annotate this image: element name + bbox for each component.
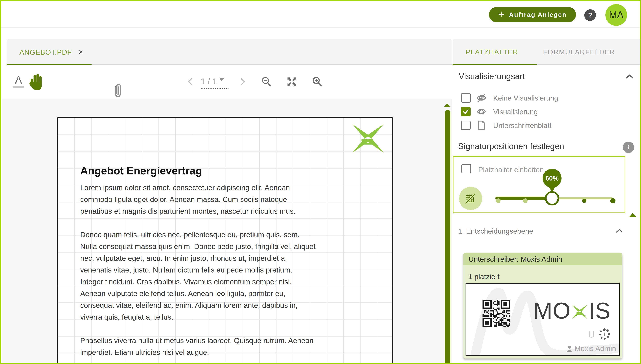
tab-label: ANGEBOT.PDF — [20, 48, 72, 56]
letter-a-icon: A — [13, 75, 25, 85]
pdf-line: venenatis vitae, justo. Nullam dictum fe… — [80, 264, 384, 276]
plus-icon: + — [498, 8, 505, 20]
user-letter: U — [588, 329, 595, 340]
grid-off-icon — [465, 192, 476, 204]
pdf-line: Lorem ipsum dolor sit amet, consectetuer… — [80, 182, 384, 194]
create-order-button[interactable]: + Auftrag Anlegen — [489, 7, 576, 22]
pdf-line: Aenean vulputate eleifend tellus. Aenean… — [80, 288, 384, 300]
option-label: Visualisierung — [493, 108, 538, 116]
pdf-paragraph: Phasellus viverra nulla ut metus varius … — [80, 335, 384, 358]
person-icon — [566, 345, 573, 352]
xitrust-x-logo — [349, 124, 387, 153]
option-visualisierung[interactable]: Visualisierung — [461, 105, 629, 118]
fullscreen-icon[interactable] — [286, 76, 297, 87]
embed-checkbox[interactable] — [461, 164, 471, 173]
stamp-signer: Moxis Admin — [566, 344, 616, 353]
pdf-page[interactable]: Angebot Energievertrag Lorem ipsum dolor… — [57, 117, 393, 364]
zoom-in-icon[interactable] — [312, 76, 323, 88]
pdf-line: Integer tincidunt. Cras dapibus. Vivamus… — [80, 276, 384, 288]
zoom-out-icon[interactable] — [261, 76, 272, 88]
page-indicator-dropdown[interactable]: 1 / 1 — [201, 76, 230, 89]
signer-card-title: Unterschreiber: Moxis Admin — [468, 255, 562, 263]
slider-thumb[interactable] — [545, 191, 559, 206]
decision-level-heading: 1. Entscheidungsebene — [458, 227, 533, 235]
pdf-body: Lorem ipsum dolor sit amet, consectetuer… — [80, 182, 384, 364]
document-icon — [476, 120, 487, 131]
signature-stamp-preview[interactable]: MO IS U — [465, 283, 619, 356]
pdf-title: Angebot Energievertrag — [80, 165, 202, 177]
moxis-wordmark: MO IS — [533, 297, 611, 324]
option-keine-visualisierung[interactable]: Keine Visualisierung — [461, 92, 629, 104]
scroll-up-arrow[interactable] — [444, 104, 450, 107]
sidebar-scroll-up-arrow[interactable] — [629, 213, 636, 217]
eye-off-icon — [476, 92, 487, 103]
stamp-handle[interactable]: U — [588, 328, 611, 341]
checkbox-unchecked[interactable] — [461, 121, 471, 130]
slider-tick — [610, 198, 615, 203]
pdf-line: nec, vulputate eget, arcu. In enim justo… — [80, 252, 384, 264]
eye-icon — [476, 106, 487, 117]
avatar[interactable]: MA — [605, 4, 627, 26]
sidebar-tab-strip: PLATZHALTER FORMULARFELDER — [453, 39, 641, 65]
tab-platzhalter[interactable]: PLATZHALTER — [466, 39, 518, 65]
avatar-initials: MA — [609, 9, 623, 20]
placeholder-embed-panel: Platzhalter einbetten 60% — [453, 156, 625, 213]
pdf-line: penatibus et magnis dis parturient monte… — [80, 205, 384, 217]
collapse-chevron-icon[interactable] — [625, 74, 633, 79]
create-order-label: Auftrag Anlegen — [509, 11, 567, 18]
pdf-paragraph: Donec quam felis, ultricies nec, pellent… — [80, 229, 384, 323]
signature-positions-heading: Signaturpositionen festlegen — [458, 141, 564, 151]
checkbox-unchecked[interactable] — [461, 93, 471, 103]
grid-toggle-button[interactable] — [459, 187, 482, 210]
signer-name: Moxis Admin — [574, 344, 616, 353]
pdf-line: consequat vitae, eleifend ac, enim. Aliq… — [80, 300, 384, 311]
moxis-signature-editor: + Auftrag Anlegen ? MA ANGEBOT.PDF × PLA… — [0, 0, 641, 364]
option-unterschriftenblatt[interactable]: Unterschriftenblatt — [461, 119, 629, 132]
pan-hand-icon[interactable] — [29, 73, 45, 90]
page-indicator-underline — [201, 88, 229, 89]
sidebar-active-tab-underline — [453, 64, 537, 65]
text-annotation-tool[interactable]: A — [13, 75, 25, 88]
signer-card: Unterschreiber: Moxis Admin 1 platziert … — [463, 253, 622, 358]
pdf-line: commodo ligula eget dolor. Aenean massa.… — [80, 194, 384, 205]
option-label: Unterschriftenblatt — [493, 121, 551, 130]
next-page-button[interactable] — [239, 78, 247, 86]
close-icon[interactable]: × — [79, 48, 83, 56]
placed-count: 1 platziert — [468, 272, 500, 281]
brand-is: IS — [588, 298, 611, 324]
pdf-line: imperdiet. Etiam ultricies nisi vel augu… — [80, 346, 384, 358]
option-label: Keine Visualisierung — [493, 94, 558, 102]
pdf-paragraph: Lorem ipsum dolor sit amet, consectetuer… — [80, 182, 384, 217]
tab-formularfelder[interactable]: FORMULARFELDER — [543, 39, 615, 65]
pdf-line: viverra quis, feugiat a, tellus. — [80, 311, 384, 323]
document-tab-strip: ANGEBOT.PDF × — [7, 39, 452, 65]
dotted-ring-icon — [598, 328, 611, 341]
signer-card-header[interactable]: Unterschreiber: Moxis Admin — [463, 253, 622, 265]
checkbox-checked[interactable] — [461, 107, 471, 116]
pdf-line: Phasellus viverra nulla ut metus varius … — [80, 335, 384, 346]
underline-bar — [13, 86, 24, 88]
brand-mo: MO — [533, 298, 571, 324]
previous-page-button[interactable] — [186, 78, 194, 86]
collapse-chevron-icon[interactable] — [616, 229, 623, 233]
embed-label[interactable]: Platzhalter einbetten — [478, 166, 544, 174]
slider-value: 60% — [545, 174, 559, 182]
tab-angebot-pdf[interactable]: ANGEBOT.PDF × — [7, 39, 92, 65]
pdf-line: Nulla consequat massa quis enim. Donec p… — [80, 240, 384, 252]
paperclip-icon[interactable] — [112, 82, 124, 100]
page-indicator: 1 / 1 — [201, 76, 217, 86]
help-icon: ? — [588, 11, 592, 19]
moxis-x-icon — [572, 302, 588, 321]
info-icon[interactable]: i — [623, 142, 634, 153]
visualization-heading: Visualisierungsart — [459, 71, 525, 81]
slider-tick — [496, 198, 500, 203]
info-letter: i — [627, 144, 629, 151]
help-button[interactable]: ? — [584, 9, 596, 21]
pdf-line: Donec quam felis, ultricies nec, pellent… — [80, 229, 384, 240]
top-bar: + Auftrag Anlegen ? MA — [1, 1, 640, 28]
active-tab-underline — [7, 64, 92, 65]
chevron-down-icon — [219, 78, 224, 84]
slider-tick — [523, 198, 528, 203]
slider-tick — [582, 198, 586, 203]
vertical-scrollbar[interactable] — [445, 110, 450, 364]
